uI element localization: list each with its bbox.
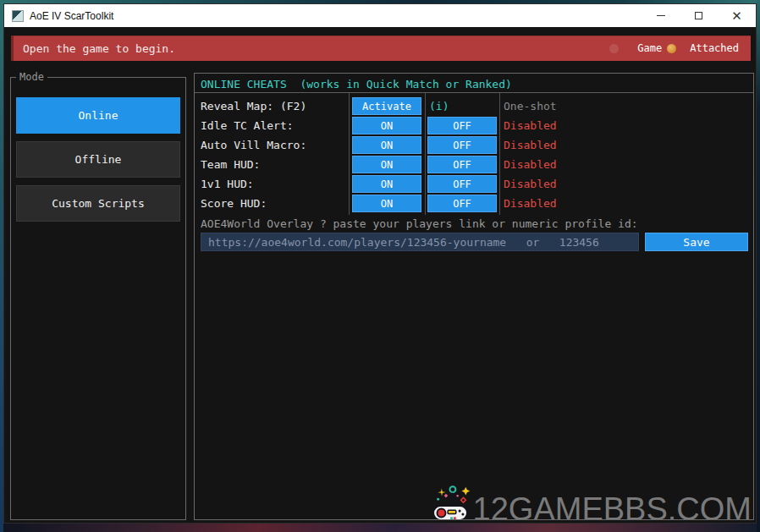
status-text: Disabled (504, 197, 557, 210)
banner-status-area: Game Attached (609, 42, 739, 54)
panel-title: ONLINE CHEATS (works in Quick Match or R… (201, 78, 512, 90)
mode-groupbox: Mode Online Offline Custom Scripts (10, 77, 186, 520)
banner-message: Open the game to begin. (23, 42, 175, 55)
cheat-label: Score HUD: (201, 197, 267, 210)
attached-status-dot (667, 44, 676, 53)
save-button[interactable]: Save (645, 233, 748, 251)
app-icon (12, 10, 24, 22)
off-button[interactable]: OFF (427, 156, 497, 173)
on-button[interactable]: ON (352, 136, 421, 154)
maximize-button[interactable] (680, 4, 718, 27)
maximize-icon (695, 12, 702, 19)
cheat-label: Auto Vill Macro: (201, 139, 306, 151)
header-divider (195, 92, 753, 93)
status-text: Disabled (504, 178, 557, 190)
off-button[interactable]: OFF (427, 195, 497, 212)
watermark: 12GAMEBBS.COM (431, 481, 752, 520)
status-text: Disabled (504, 119, 557, 132)
cheat-row-idle-tc-alert: Idle TC Alert: ON OFF Disabled (195, 117, 753, 134)
off-button[interactable]: OFF (427, 117, 497, 134)
online-cheats-panel: ONLINE CHEATS (works in Quick Match or R… (194, 73, 754, 520)
off-button[interactable]: OFF (427, 175, 497, 193)
profile-link-input[interactable] (201, 233, 639, 251)
app-window: AoE IV ScarToolkit ✕ Open the game to be… (3, 3, 757, 524)
cheat-row-reveal-map: Reveal Map: (F2) Activate (i) One-shot (195, 97, 753, 115)
close-icon: ✕ (731, 9, 742, 22)
cheat-row-team-hud: Team HUD: ON OFF Disabled (195, 156, 753, 173)
screen: AoE IV ScarToolkit ✕ Open the game to be… (0, 0, 760, 532)
status-text: Disabled (504, 158, 557, 171)
cheat-row-1v1-hud: 1v1 HUD: ON OFF Disabled (195, 175, 753, 193)
attached-status-label: Attached (690, 42, 739, 54)
minimize-icon (657, 15, 665, 16)
off-button[interactable]: OFF (427, 136, 497, 154)
cheat-row-score-hud: Score HUD: ON OFF Disabled (195, 195, 753, 212)
close-button[interactable]: ✕ (718, 4, 756, 27)
sidebar-item-custom-scripts[interactable]: Custom Scripts (16, 185, 180, 222)
game-status-label: Game (637, 42, 662, 54)
cheat-label: Team HUD: (201, 158, 260, 171)
status-text: One-shot (504, 100, 557, 112)
cheat-label: Reveal Map: (F2) (201, 100, 306, 112)
watermark-text: 12GAMEBBS.COM (473, 493, 752, 520)
overlay-instruction: AOE4World Overlay ? paste your players l… (201, 217, 638, 230)
on-button[interactable]: ON (352, 195, 421, 212)
sidebar-item-online[interactable]: Online (16, 97, 180, 134)
status-text: Disabled (504, 139, 557, 151)
game-status-dot (609, 44, 619, 53)
activate-button[interactable]: Activate (352, 97, 421, 115)
on-button[interactable]: ON (352, 156, 421, 173)
desktop-edge-bottom (0, 524, 760, 532)
cheat-label: 1v1 HUD: (201, 178, 254, 190)
gamepad-icon (431, 481, 471, 520)
window-title: AoE IV ScarToolkit (30, 10, 113, 22)
title-bar[interactable]: AoE IV ScarToolkit ✕ (4, 4, 756, 27)
on-button[interactable]: ON (352, 117, 421, 134)
desktop-edge-right (757, 0, 760, 532)
mode-group-label: Mode (16, 71, 47, 83)
status-banner: Open the game to begin. Game Attached (11, 36, 751, 61)
cheat-label: Idle TC Alert: (201, 119, 294, 132)
on-button[interactable]: ON (352, 175, 421, 193)
window-controls: ✕ (642, 4, 756, 27)
sidebar-item-offline[interactable]: Offline (16, 141, 180, 178)
minimize-button[interactable] (642, 4, 680, 27)
cheat-row-auto-vill-macro: Auto Vill Macro: ON OFF Disabled (195, 136, 753, 154)
info-icon[interactable]: (i) (429, 100, 449, 112)
